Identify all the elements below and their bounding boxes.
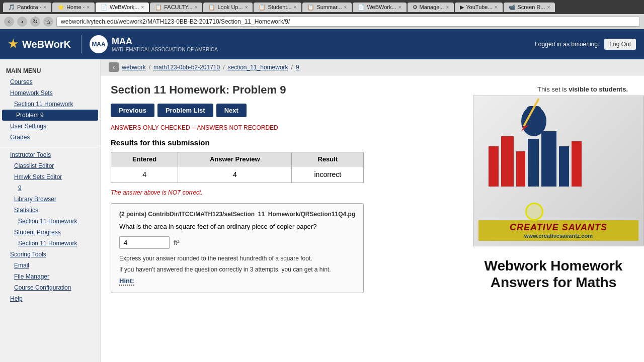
webwork-logo: ★ WeBWorK (8, 38, 71, 51)
sidebar-item-stat-section[interactable]: Section 11 Homework (0, 216, 100, 227)
overlay-title: Webwork Homework Answers for Maths (473, 257, 634, 291)
logout-button[interactable]: Log Out (604, 39, 636, 50)
breadcrumb-problem[interactable]: 9 (296, 64, 299, 71)
sidebar-item-hmwk-sets-editor[interactable]: Hmwk Sets Editor (0, 171, 100, 183)
cursor-indicator (525, 203, 543, 221)
sidebar-item-statistics[interactable]: Statistics (0, 205, 100, 216)
star-icon: ★ (8, 38, 18, 51)
breadcrumb-course[interactable]: math123-0bb-b2-201710 (153, 64, 220, 71)
sidebar-item-sets-editor-sub[interactable]: 9 (0, 183, 100, 194)
answer-input[interactable] (119, 236, 170, 249)
header-right: Logged in as bmoening. Log Out (535, 39, 636, 50)
sidebar-item-student-section[interactable]: Section 11 Homework (0, 238, 100, 249)
tab-screen[interactable]: 📹Screen R...× (504, 3, 555, 12)
main-menu-label: MAIN MENU (0, 64, 100, 76)
webwork-logo-text: WeBWorK (22, 39, 71, 50)
sidebar-item-courses[interactable]: Courses (0, 76, 100, 87)
tab-manage[interactable]: ⚙Manage...× (408, 3, 454, 12)
tab-lookup[interactable]: 📋Look Up...× (203, 3, 253, 12)
tab-youtube[interactable]: ▶YouTube...× (455, 3, 502, 12)
sidebar-item-problem9[interactable]: Problem 9 (2, 110, 98, 121)
maa-title: MAA (112, 36, 218, 47)
header-left: ★ WeBWorK MAA MAA MATHEMATICAL ASSOCIATI… (8, 35, 218, 53)
answer-unit: ft² (174, 239, 180, 246)
sidebar-item-homework-sets[interactable]: Homework Sets (0, 87, 100, 99)
entered-value: 4 (111, 166, 178, 183)
watermark-brand: CREATIVE SAVANTS www.creativesavantz.com (478, 220, 638, 241)
tab-summary[interactable]: 📋Summar...× (302, 3, 352, 12)
results-table: Entered Answer Preview Result 4 4 incorr… (111, 152, 364, 183)
overlay-text-area: Webwork Homework Answers for Maths (468, 252, 639, 296)
results-heading: Results for this submission (111, 138, 364, 147)
refresh-button[interactable]: ↻ (30, 17, 40, 27)
tab-pandora[interactable]: 🎵Pandora -× (3, 3, 51, 12)
brand-line1: CREATIVE SAVANTS (485, 222, 632, 233)
svg-rect-2 (516, 151, 525, 187)
tab-webwork-active[interactable]: 📄WeBWork...× (96, 3, 149, 12)
problem-box: (2 points) ContribDir/ITCC/MATH123/setSe… (111, 203, 364, 293)
sidebar-item-email[interactable]: Email (0, 260, 100, 271)
sidebar-item-user-settings[interactable]: User Settings (0, 121, 100, 132)
forward-button[interactable]: › (17, 17, 27, 27)
home-button[interactable]: ⌂ (43, 17, 53, 27)
result-value: incorrect (292, 166, 364, 183)
maa-subtitle: MATHEMATICAL ASSOCIATION OF AMERICA (112, 47, 218, 52)
watermark-illustration (484, 96, 584, 187)
tab-faculty[interactable]: 📋FACULTY...× (150, 3, 202, 12)
source-path: ContribDir/ITCC/MATH123/setSection_11_Ho… (148, 211, 355, 218)
address-bar: ‹ › ↻ ⌂ (0, 14, 644, 29)
sidebar-item-library-browser[interactable]: Library Browser (0, 194, 100, 205)
breadcrumb-back-button[interactable]: ‹ (109, 62, 119, 72)
sidebar-item-course-config[interactable]: Course Configuration (0, 282, 100, 293)
sidebar-item-instructor-tools[interactable]: Instructor Tools (0, 149, 100, 160)
sidebar-item-scoring-tools[interactable]: Scoring Tools (0, 249, 100, 260)
maa-text-block: MAA MATHEMATICAL ASSOCIATION OF AMERICA (112, 36, 218, 52)
svg-rect-0 (489, 146, 499, 187)
breadcrumb-webwork[interactable]: webwork (122, 64, 145, 71)
brand-line2: www.creativesavantz.com (485, 233, 632, 239)
url-input[interactable] (56, 17, 640, 27)
sidebar-item-section11[interactable]: Section 11 Homework (0, 99, 100, 110)
tab-home[interactable]: ⭐Home -× (52, 3, 95, 12)
svg-rect-1 (501, 136, 514, 187)
points-label: (2 points) (119, 211, 146, 218)
tab-student[interactable]: 📋Student...× (254, 3, 301, 12)
back-button[interactable]: ‹ (4, 17, 14, 27)
problem-list-button[interactable]: Problem List (157, 104, 213, 117)
sidebar-item-file-manager[interactable]: File Manager (0, 271, 100, 282)
previous-button[interactable]: Previous (111, 104, 154, 117)
svg-rect-3 (528, 139, 539, 187)
svg-rect-6 (572, 141, 582, 187)
answer-incorrect-msg: The answer above is NOT correct. (111, 189, 364, 196)
col-entered: Entered (111, 152, 178, 166)
hint-link[interactable]: Hint: (119, 277, 355, 286)
svg-rect-5 (559, 146, 569, 187)
tab-bar: 🎵Pandora -× ⭐Home -× 📄WeBWork...× 📋FACUL… (3, 3, 641, 12)
preview-value: 4 (178, 166, 292, 183)
breadcrumb-section[interactable]: section_11_homework (228, 64, 288, 71)
sidebar-item-classlist-editor[interactable]: Classlist Editor (0, 160, 100, 171)
sidebar: MAIN MENU Courses Homework Sets Section … (0, 59, 101, 362)
sidebar-item-student-progress[interactable]: Student Progress (0, 227, 100, 238)
table-row: 4 4 incorrect (111, 166, 364, 183)
answer-row: ft² (119, 236, 355, 249)
content-wrapper: Section 11 Homework: Problem 9 Previous … (101, 75, 644, 301)
maa-logo: MAA MAA MATHEMATICAL ASSOCIATION OF AMER… (81, 35, 218, 53)
main-layout: MAIN MENU Courses Homework Sets Section … (0, 59, 644, 362)
maa-icon: MAA (90, 35, 108, 53)
problem-source: (2 points) ContribDir/ITCC/MATH123/setSe… (119, 211, 355, 218)
site-header: ★ WeBWorK MAA MAA MATHEMATICAL ASSOCIATI… (0, 29, 644, 59)
watermark-area: CREATIVE SAVANTS www.creativesavantz.com (473, 96, 644, 246)
col-preview: Answer Preview (178, 152, 292, 166)
next-button[interactable]: Next (216, 104, 247, 117)
visible-bold: visible to students. (569, 85, 628, 93)
sidebar-item-grades[interactable]: Grades (0, 132, 100, 143)
browser-chrome: 🎵Pandora -× ⭐Home -× 📄WeBWork...× 📋FACUL… (0, 0, 644, 14)
tab-webwork2[interactable]: 📄WeBWork...× (353, 3, 406, 12)
svg-rect-4 (541, 131, 556, 187)
problem-note2: If you haven't answered the question cor… (119, 266, 355, 273)
sidebar-item-help[interactable]: Help (0, 293, 100, 304)
sidebar-divider1 (0, 146, 100, 146)
logged-in-text: Logged in as bmoening. (535, 41, 599, 48)
content-area: ‹ webwork / math123-0bb-b2-201710 / sect… (101, 59, 644, 362)
